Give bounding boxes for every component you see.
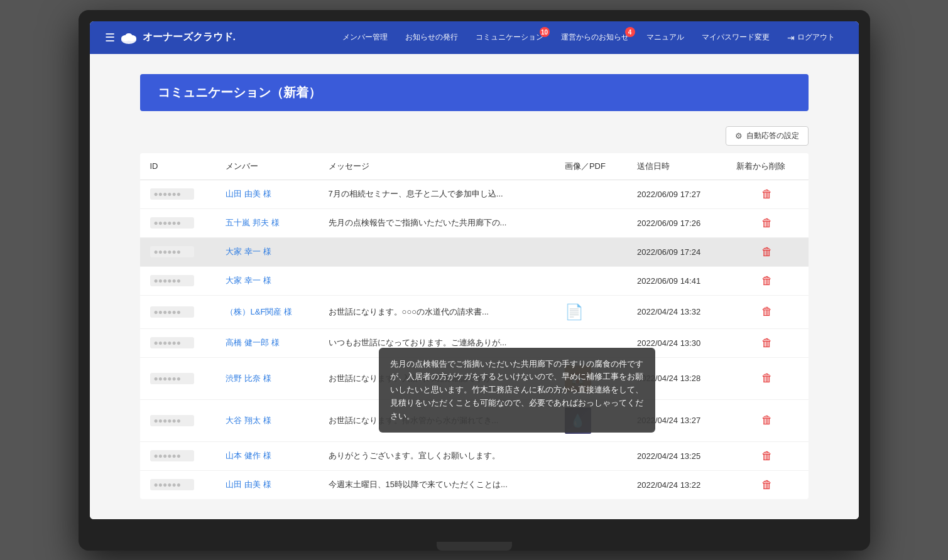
cell-member: 山田 由美 様 bbox=[215, 470, 318, 499]
send-date: 2022/06/09 17:26 bbox=[637, 218, 700, 228]
cell-delete: 🗑 bbox=[726, 399, 809, 441]
cell-image: 💧 bbox=[555, 399, 627, 441]
pdf-icon[interactable]: 📄 bbox=[565, 303, 584, 320]
member-id: ●●●●●● bbox=[150, 479, 194, 490]
auto-reply-row: ⚙ 自動応答の設定 bbox=[140, 126, 809, 146]
cell-date: 2022/04/24 13:28 bbox=[627, 357, 726, 399]
send-date: 2022/04/24 13:28 bbox=[637, 374, 700, 383]
col-delete: 新着から削除 bbox=[726, 153, 809, 180]
cell-member: 渋野 比奈 様 bbox=[215, 357, 318, 399]
member-link[interactable]: 渋野 比奈 様 bbox=[226, 374, 271, 383]
hamburger-icon[interactable]: ☰ bbox=[105, 31, 115, 45]
table-row[interactable]: ●●●●●●高橋 健一郎 様いつもお世話になっております。ご連絡ありが...20… bbox=[140, 328, 809, 357]
cell-id: ●●●●●● bbox=[140, 208, 216, 237]
table-row[interactable]: ●●●●●●大家 幸一 様2022/06/09 14:41🗑 bbox=[140, 266, 809, 295]
cell-id: ●●●●●● bbox=[140, 357, 216, 399]
cell-image bbox=[555, 441, 627, 470]
cell-image: 🏠 bbox=[555, 357, 627, 399]
message-text: 今週末土曜日、15時以降で来ていただくことは... bbox=[329, 480, 508, 489]
cell-member: 大谷 翔太 様 bbox=[215, 399, 318, 441]
delete-button[interactable]: 🗑 bbox=[761, 414, 773, 427]
send-date: 2022/04/24 13:30 bbox=[637, 338, 700, 348]
send-date: 2022/04/24 13:22 bbox=[637, 480, 700, 490]
nav-operator-notice[interactable]: 運営からのお知らせ 4 bbox=[552, 32, 638, 43]
member-link[interactable]: 大谷 翔太 様 bbox=[226, 416, 271, 425]
send-date: 2022/04/24 13:27 bbox=[637, 416, 700, 425]
delete-button[interactable]: 🗑 bbox=[761, 450, 773, 463]
table-row[interactable]: ●●●●●●大谷 翔太 様お世話になります。排水管から水が漏れてき...💧202… bbox=[140, 399, 809, 441]
cell-image bbox=[555, 470, 627, 499]
member-link[interactable]: 山田 由美 様 bbox=[226, 189, 271, 198]
cell-delete: 🗑 bbox=[726, 328, 809, 357]
table-row[interactable]: ●●●●●●山田 由美 様今週末土曜日、15時以降で来ていただくことは...20… bbox=[140, 470, 809, 499]
table-row[interactable]: ●●●●●●五十嵐 邦夫 様先月の点検報告でご指摘いただいた共用廊下の...20… bbox=[140, 208, 809, 237]
cell-message: 先月の点検報告でご指摘いただいた共用廊下の... bbox=[319, 208, 555, 237]
delete-button[interactable]: 🗑 bbox=[761, 305, 773, 318]
nav-manual[interactable]: マニュアル bbox=[638, 32, 693, 43]
message-text: いつもお世話になっております。ご連絡ありが... bbox=[329, 338, 507, 347]
cell-message: 7月の相続セミナー、息子と二人で参加申し込... bbox=[319, 180, 555, 208]
cell-delete: 🗑 bbox=[726, 237, 809, 266]
image-thumbnail[interactable]: 💧 bbox=[565, 407, 591, 434]
delete-button[interactable]: 🗑 bbox=[761, 245, 773, 259]
message-text: お世話になります。排水管から水が漏れてき... bbox=[329, 416, 499, 425]
logo-text: オーナーズクラウド. bbox=[143, 31, 236, 44]
nav-menu: メンバー管理 お知らせの発行 コミュニケーション 10 運営からのお知らせ 4 … bbox=[256, 32, 844, 43]
auto-reply-button[interactable]: ⚙ 自動応答の設定 bbox=[726, 126, 809, 146]
member-link[interactable]: （株）L&F関産 様 bbox=[226, 307, 291, 316]
cell-message: お世話になります。排水管から水が漏れてき... bbox=[319, 399, 555, 441]
cell-delete: 🗑 bbox=[726, 180, 809, 208]
cell-id: ●●●●●● bbox=[140, 399, 216, 441]
table-row[interactable]: ●●●●●●渋野 比奈 様お世話になります。入居時の現況確認ですが...🏠202… bbox=[140, 357, 809, 399]
delete-button[interactable]: 🗑 bbox=[761, 188, 773, 201]
message-text: ありがとうございます。宜しくお願いします。 bbox=[329, 451, 500, 460]
nav-password[interactable]: マイパスワード変更 bbox=[693, 32, 778, 43]
delete-button[interactable]: 🗑 bbox=[761, 337, 773, 350]
cell-delete: 🗑 bbox=[726, 266, 809, 295]
cell-date: 2022/06/09 17:24 bbox=[627, 237, 726, 266]
cell-message: いつもお世話になっております。ご連絡ありが... bbox=[319, 328, 555, 357]
table-row[interactable]: ●●●●●●大家 幸一 様2022/06/09 17:24🗑 bbox=[140, 237, 809, 266]
send-date: 2022/04/24 13:32 bbox=[637, 307, 700, 316]
table-row[interactable]: ●●●●●●（株）L&F関産 様お世話になります。○○○の水道代の請求書...📄… bbox=[140, 295, 809, 328]
nav-member[interactable]: メンバー管理 bbox=[334, 32, 396, 43]
nav-notice[interactable]: お知らせの発行 bbox=[396, 32, 467, 43]
cell-image bbox=[555, 180, 627, 208]
monitor-screen: ☰ オーナーズクラウド. メンバー管理 お知らせの発行 コミュニケーション 10… bbox=[90, 21, 859, 519]
member-link[interactable]: 大家 幸一 様 bbox=[226, 247, 271, 256]
table-container: ID メンバー メッセージ 画像／PDF 送信日時 新着から削除 ●●●●●●山… bbox=[140, 153, 809, 499]
member-link[interactable]: 山本 健作 様 bbox=[226, 451, 271, 460]
delete-button[interactable]: 🗑 bbox=[761, 372, 773, 385]
cell-image bbox=[555, 208, 627, 237]
cell-image bbox=[555, 237, 627, 266]
table-row[interactable]: ●●●●●●山本 健作 様ありがとうございます。宜しくお願いします。2022/0… bbox=[140, 441, 809, 470]
member-link[interactable]: 高橋 健一郎 様 bbox=[226, 338, 279, 347]
cell-message: お世話になります。入居時の現況確認ですが... bbox=[319, 357, 555, 399]
cell-message bbox=[319, 237, 555, 266]
logo-cloud-icon bbox=[120, 31, 138, 44]
message-text: 7月の相続セミナー、息子と二人で参加申し込... bbox=[329, 189, 503, 198]
cell-id: ●●●●●● bbox=[140, 266, 216, 295]
member-link[interactable]: 山田 由美 様 bbox=[226, 480, 271, 489]
table-row[interactable]: ●●●●●●山田 由美 様7月の相続セミナー、息子と二人で参加申し込...202… bbox=[140, 180, 809, 208]
delete-button[interactable]: 🗑 bbox=[761, 478, 773, 492]
member-id: ●●●●●● bbox=[150, 275, 194, 286]
member-id: ●●●●●● bbox=[150, 415, 194, 426]
svg-point-3 bbox=[125, 33, 133, 40]
col-date: 送信日時 bbox=[627, 153, 726, 180]
delete-button[interactable]: 🗑 bbox=[761, 217, 773, 230]
nav-logout[interactable]: ⇥ ログアウト bbox=[778, 32, 844, 43]
image-thumbnail[interactable]: 🏠 bbox=[565, 365, 591, 392]
member-link[interactable]: 大家 幸一 様 bbox=[226, 276, 271, 285]
cell-date: 2022/06/09 14:41 bbox=[627, 266, 726, 295]
message-text: 先月の点検報告でご指摘いただいた共用廊下の... bbox=[329, 218, 507, 227]
cell-message: ありがとうございます。宜しくお願いします。 bbox=[319, 441, 555, 470]
member-link[interactable]: 五十嵐 邦夫 様 bbox=[226, 218, 279, 227]
cell-date: 2022/04/24 13:30 bbox=[627, 328, 726, 357]
cell-date: 2022/04/24 13:32 bbox=[627, 295, 726, 328]
cell-image bbox=[555, 328, 627, 357]
page-title: コミュニケーション（新着） bbox=[140, 74, 809, 111]
delete-button[interactable]: 🗑 bbox=[761, 274, 773, 288]
member-id: ●●●●●● bbox=[150, 337, 194, 348]
nav-communication[interactable]: コミュニケーション 10 bbox=[467, 32, 552, 43]
